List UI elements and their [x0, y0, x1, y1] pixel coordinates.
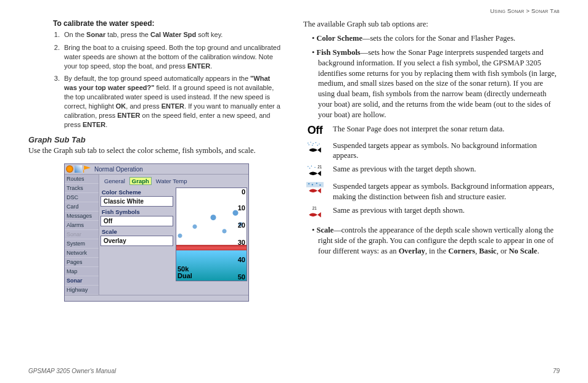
tab-watertemp: Water Temp — [153, 177, 190, 185]
screenshot-titlebar: Normal Operation — [65, 164, 248, 175]
sym-text-nobg: Suspended targets appear as symbols. No … — [333, 141, 560, 161]
breadcrumb-sep: > — [525, 7, 531, 14]
symbol-legend: Off The Sonar Page does not interpret th… — [303, 124, 560, 219]
off-icon: Off — [303, 124, 327, 137]
fish-depth-bg-icon: 21 — [303, 205, 327, 219]
graph-subtab-text: Use the Graph sub tab to select the colo… — [28, 146, 285, 156]
svg-point-10 — [314, 167, 315, 168]
svg-text:21: 21 — [317, 165, 322, 170]
sat-icon — [66, 165, 73, 173]
label-scale: Scale — [102, 228, 173, 235]
side-item: Highway — [65, 286, 99, 295]
page-number: 79 — [553, 368, 560, 374]
svg-point-14 — [308, 183, 309, 184]
graph-subtab-heading: Graph Sub Tab — [28, 135, 285, 144]
svg-point-0 — [308, 142, 308, 143]
label-colorscheme: Color Scheme — [102, 189, 173, 196]
sym-text-bg: Suspended targets appear as symbols. Bac… — [333, 181, 560, 202]
side-item: Pages — [65, 258, 99, 267]
svg-point-3 — [316, 142, 316, 142]
flag-icon — [83, 165, 91, 173]
footer: GPSMAP 3205 Owner's Manual 79 — [28, 368, 560, 374]
depth-label: 40 — [238, 256, 245, 263]
step-2: Bring the boat to a cruising speed. Both… — [62, 43, 285, 71]
svg-point-11 — [309, 168, 310, 168]
depth-label: 10 — [238, 204, 245, 212]
svg-point-5 — [309, 144, 309, 145]
svg-point-7 — [317, 145, 318, 146]
label-fishsymbols: Fish Symbols — [102, 208, 173, 215]
tab-graph: Graph — [129, 177, 152, 185]
side-item: Sonar — [65, 230, 99, 239]
screenshot-tabs: General Graph Water Temp — [102, 177, 247, 185]
side-item: Network — [65, 249, 99, 258]
side-item: Map — [65, 267, 99, 276]
value-colorscheme: Classic White — [100, 196, 173, 207]
value-fishsymbols: Off — [100, 216, 173, 226]
device-screenshot: Normal Operation Routes Tracks DSC Card … — [64, 163, 249, 302]
left-column: To calibrate the water speed: On the Son… — [28, 19, 285, 302]
right-column: The available Graph sub tab options are:… — [303, 19, 560, 302]
value-scale: Overlay — [100, 236, 173, 246]
fish-nobg-icon — [303, 141, 327, 154]
side-item: DSC — [65, 193, 99, 202]
tab-general: General — [102, 177, 128, 185]
screenshot-sidebar: Routes Tracks DSC Card Messages Alarms S… — [65, 175, 99, 295]
calibrate-heading: To calibrate the water speed: — [53, 19, 285, 28]
sym-text-depth-nobg: Same as previous with the target depth s… — [333, 164, 560, 174]
bullet-fishsymbols: Fish Symbols—sets how the Sonar Page int… — [318, 47, 560, 120]
svg-text:21: 21 — [312, 206, 317, 210]
side-item-selected: Sonar — [65, 276, 99, 286]
breadcrumb-page: Sonar Tab — [531, 7, 560, 14]
step-3: By default, the top ground speed automat… — [62, 74, 285, 129]
sym-text-off: The Sonar Page does not interpret the so… — [333, 124, 560, 134]
side-item: Tracks — [65, 184, 99, 193]
freq-label: Dual — [178, 273, 192, 279]
footer-title: GPSMAP 3205 Owner's Manual — [28, 368, 116, 374]
breadcrumb: Using Sonar > Sonar Tab — [28, 7, 560, 14]
screenshot-statusbar — [65, 295, 248, 301]
screenshot-title: Normal Operation — [94, 166, 143, 173]
fish-bg-icon — [303, 181, 327, 195]
svg-point-1 — [310, 142, 311, 142]
svg-point-6 — [312, 145, 312, 146]
right-intro: The available Graph sub tab options are: — [303, 19, 560, 30]
side-item: Messages — [65, 212, 99, 221]
svg-point-17 — [319, 184, 321, 186]
calibrate-steps: On the Sonar tab, press the Cal Water Sp… — [53, 30, 285, 129]
side-item: System — [65, 239, 99, 249]
depth-label: 50 — [238, 273, 245, 281]
svg-point-15 — [312, 184, 313, 186]
svg-rect-13 — [306, 183, 324, 187]
depth-label: 20 — [238, 221, 245, 229]
depth-label: 0 — [242, 188, 245, 196]
side-item: Alarms — [65, 221, 99, 230]
depth-label: 30 — [238, 239, 245, 246]
screenshot-fields: Color Scheme Classic White Fish Symbols … — [100, 187, 173, 281]
breadcrumb-section: Using Sonar — [490, 7, 524, 14]
fish-depth-nobg-icon: 21 — [303, 164, 327, 178]
svg-point-9 — [311, 166, 312, 167]
svg-point-2 — [313, 143, 314, 144]
bullet-scale: Scale—controls the appearance of the dep… — [318, 225, 560, 257]
step-1: On the Sonar tab, press the Cal Water Sp… — [62, 30, 285, 39]
bullet-colorscheme: Color Scheme—sets the colors for the Son… — [318, 33, 560, 44]
svg-point-4 — [319, 144, 319, 144]
side-item: Routes — [65, 175, 99, 184]
sym-text-depth-bg: Same as previous with target depth shown… — [333, 205, 560, 215]
svg-point-8 — [308, 167, 308, 167]
svg-point-16 — [316, 183, 317, 184]
sonar-graph-icon: 0 10 20 30 40 50 50k Dual — [176, 187, 247, 281]
side-item: Card — [65, 202, 99, 212]
nav-icon — [75, 165, 82, 173]
screenshot-main: General Graph Water Temp Color Scheme Cl… — [99, 175, 248, 295]
